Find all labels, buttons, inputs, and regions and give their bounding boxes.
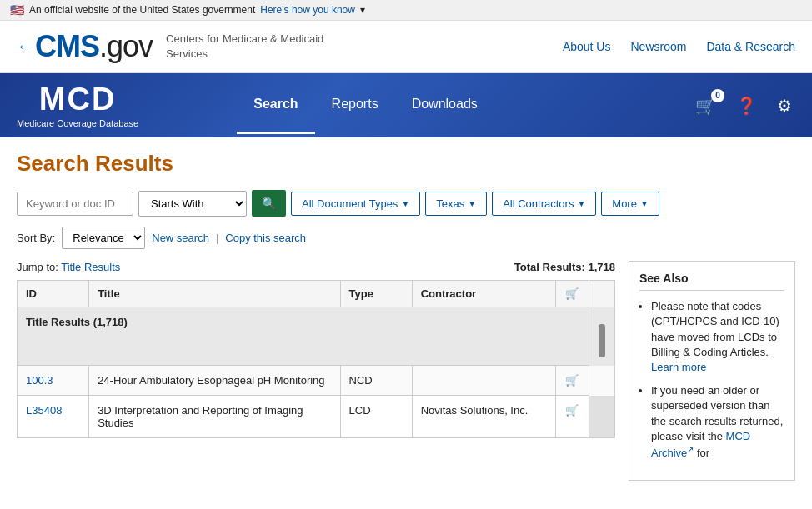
see-also-suffix-2: for: [697, 447, 709, 459]
mcd-brand: MCD Medicare Coverage Database: [17, 73, 138, 137]
see-also-item-1: Please note that codes (CPT/HCPCS and IC…: [651, 299, 784, 375]
cms-nav: About Us Newsroom Data & Research: [563, 40, 795, 53]
group-row-title-results: Title Results (1,718): [18, 307, 615, 366]
result-id-link-1[interactable]: 100.3: [26, 374, 53, 387]
cms-logo[interactable]: ← CMS.gov: [17, 29, 153, 64]
sort-bar: Sort By: Relevance Title ID Date New sea…: [17, 227, 795, 249]
result-id-2: L35408: [18, 396, 89, 438]
gov-banner-text: An official website of the United States…: [29, 4, 255, 16]
result-id-link-2[interactable]: L35408: [26, 404, 62, 417]
see-also-text-2: If you need an older or superseded versi…: [651, 384, 783, 442]
results-layout: Jump to: Title Results Total Results: 1,…: [17, 261, 795, 480]
mcd-icons: 🛒 0 ❓ ⚙: [692, 92, 795, 119]
results-table: ID Title Type Contractor 🛒 Title Results…: [17, 280, 615, 438]
mcd-menu-reports[interactable]: Reports: [315, 77, 395, 134]
sort-select[interactable]: Relevance Title ID Date: [62, 227, 145, 249]
cms-nav-data[interactable]: Data & Research: [706, 40, 795, 53]
see-also-link-1[interactable]: Learn more: [651, 361, 706, 373]
contractor-chevron-icon: ▼: [577, 199, 585, 208]
doc-type-filter[interactable]: All Document Types ▼: [291, 192, 420, 216]
cart-button[interactable]: 🛒 0: [692, 92, 719, 119]
see-also-list: Please note that codes (CPT/HCPCS and IC…: [639, 299, 784, 461]
starts-with-select[interactable]: Starts With Contains Exact: [138, 191, 247, 217]
us-flag-icon: 🇺🇸: [10, 3, 24, 17]
mcd-menu-search[interactable]: Search: [237, 77, 314, 134]
result-id-1: 100.3: [18, 366, 89, 396]
result-title-2: 3D Interpretation and Reporting of Imagi…: [89, 396, 340, 438]
settings-button[interactable]: ⚙: [774, 92, 795, 119]
cms-logo-text: CMS.gov: [35, 29, 153, 64]
gov-text: .gov: [99, 29, 153, 63]
cms-header: ← CMS.gov Centers for Medicare & Medicai…: [0, 21, 812, 73]
scroll-column: [589, 281, 614, 307]
main-content: Search Results Starts With Contains Exac…: [0, 137, 812, 497]
help-button[interactable]: ❓: [733, 92, 760, 119]
col-header-type: Type: [340, 281, 412, 307]
scroll-spacer-3: [589, 396, 614, 438]
col-header-id: ID: [18, 281, 89, 307]
see-also-panel: See Also Please note that codes (CPT/HCP…: [629, 261, 795, 480]
contractor-label: All Contractors: [503, 197, 574, 210]
col-header-contractor: Contractor: [412, 281, 555, 307]
see-also-title: See Also: [639, 272, 784, 291]
cms-nav-about[interactable]: About Us: [563, 40, 611, 53]
result-cart-2[interactable]: 🛒: [555, 396, 589, 438]
table-row: L35408 3D Interpretation and Reporting o…: [18, 396, 615, 438]
results-table-area: Jump to: Title Results Total Results: 1,…: [17, 261, 615, 480]
results-header: Jump to: Title Results Total Results: 1,…: [17, 261, 615, 273]
state-filter[interactable]: Texas ▼: [425, 192, 487, 216]
doc-type-chevron-icon: ▼: [401, 199, 409, 208]
doc-type-label: All Document Types: [302, 197, 398, 210]
gov-banner-chevron: ▾: [360, 4, 365, 16]
total-results: Total Results: 1,718: [514, 261, 615, 273]
scrollbar-thumb[interactable]: [599, 324, 605, 357]
mcd-nav: MCD Medicare Coverage Database Search Re…: [0, 73, 812, 137]
contractor-filter[interactable]: All Contractors ▼: [492, 192, 596, 216]
col-header-title: Title: [89, 281, 340, 307]
see-also-text-1: Please note that codes (CPT/HCPCS and IC…: [651, 300, 779, 358]
gov-banner: 🇺🇸 An official website of the United Sta…: [0, 0, 812, 21]
mcd-brand-title: MCD: [39, 82, 117, 117]
result-type-1: NCD: [340, 366, 412, 396]
scroll-spacer-2: [589, 366, 614, 396]
more-chevron-icon: ▼: [640, 199, 649, 208]
search-bar: Starts With Contains Exact 🔍 All Documen…: [17, 190, 795, 217]
result-contractor-1: [412, 366, 555, 396]
cms-nav-newsroom[interactable]: Newsroom: [630, 40, 686, 53]
mcd-brand-subtitle: Medicare Coverage Database: [17, 117, 138, 129]
result-type-2: LCD: [340, 396, 412, 438]
sort-label: Sort By:: [17, 232, 55, 244]
external-link-icon: ↗: [687, 445, 694, 454]
cart-badge: 0: [711, 89, 724, 102]
cms-text: CMS: [35, 29, 99, 63]
table-row: 100.3 24-Hour Ambulatory Esophageal pH M…: [18, 366, 615, 396]
result-contractor-2: Novitas Solutions, Inc.: [412, 396, 555, 438]
mcd-menu-downloads[interactable]: Downloads: [395, 77, 494, 134]
copy-search-link[interactable]: Copy this search: [225, 232, 306, 244]
more-label: More: [612, 197, 637, 210]
search-button[interactable]: 🔍: [252, 190, 286, 217]
scroll-spacer: [589, 307, 614, 366]
search-icon: 🔍: [262, 197, 276, 210]
total-count: 1,718: [588, 261, 615, 273]
state-chevron-icon: ▼: [468, 199, 476, 208]
result-title-1: 24-Hour Ambulatory Esophageal pH Monitor…: [89, 366, 340, 396]
col-header-cart: 🛒: [555, 281, 589, 307]
more-filter[interactable]: More ▼: [601, 192, 659, 216]
jump-to: Jump to: Title Results: [17, 261, 120, 273]
sort-divider: |: [216, 232, 218, 244]
keyword-input[interactable]: [17, 192, 133, 216]
result-cart-1[interactable]: 🛒: [555, 366, 589, 396]
new-search-link[interactable]: New search: [152, 232, 209, 244]
group-row-label: Title Results (1,718): [18, 307, 589, 366]
mcd-menu: Search Reports Downloads: [237, 77, 494, 134]
see-also-item-2: If you need an older or superseded versi…: [651, 383, 784, 461]
cms-back-arrow-icon: ←: [17, 38, 32, 56]
page-title: Search Results: [17, 151, 795, 177]
gov-banner-link[interactable]: Here's how you know: [260, 4, 355, 16]
cms-subtitle: Centers for Medicare & Medicaid Services: [166, 32, 323, 62]
state-label: Texas: [436, 197, 464, 210]
jump-to-title-results-link[interactable]: Title Results: [61, 261, 120, 273]
